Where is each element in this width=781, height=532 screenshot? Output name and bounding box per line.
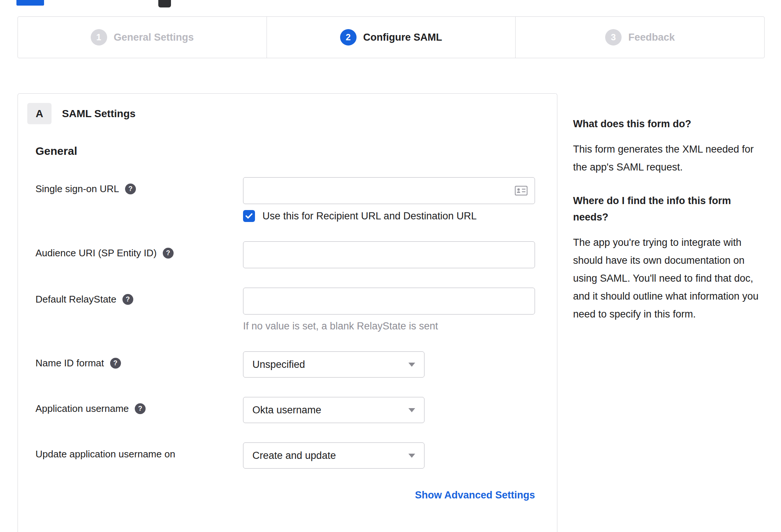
audience-uri-label: Audience URI (SP Entity ID) — [35, 247, 157, 259]
field-default-relaystate: Default RelayState ? If no value is set,… — [35, 288, 557, 332]
help-sidebar: What does this form do? This form genera… — [573, 93, 767, 339]
sidebar-heading-2: Where do I find the info this form needs… — [573, 193, 767, 225]
step-3-circle: 3 — [605, 29, 622, 46]
sso-url-label: Single sign-on URL — [35, 183, 119, 195]
sso-url-input[interactable] — [243, 177, 535, 204]
name-id-format-select[interactable]: Unspecified — [243, 351, 424, 378]
field-name-id-format: Name ID format ? Unspecified — [35, 351, 557, 378]
panel-title: SAML Settings — [62, 108, 136, 120]
audience-uri-help-icon[interactable]: ? — [163, 248, 174, 259]
chevron-down-icon — [408, 408, 415, 412]
sidebar-body-2: The app you're trying to integrate with … — [573, 234, 767, 323]
top-cutoff-icon-fragment — [158, 0, 171, 7]
sidebar-heading-1: What does this form do? — [573, 116, 767, 132]
step-2-circle: 2 — [340, 29, 357, 46]
recipient-url-checkbox[interactable] — [243, 210, 255, 222]
chevron-down-icon — [408, 363, 415, 367]
step-configure-saml[interactable]: 2 Configure SAML — [267, 17, 516, 58]
field-application-username: Application username ? Okta username — [35, 397, 557, 423]
relaystate-hint: If no value is set, a blank RelayState i… — [243, 320, 557, 332]
relaystate-label: Default RelayState — [35, 294, 116, 305]
step-2-label: Configure SAML — [363, 32, 442, 43]
step-3-label: Feedback — [628, 32, 675, 43]
recipient-url-checkbox-label[interactable]: Use this for Recipient URL and Destinati… — [262, 210, 477, 222]
top-cutoff-link-fragment — [16, 0, 44, 6]
audience-uri-input[interactable] — [243, 241, 535, 268]
general-section-title: General — [35, 145, 557, 157]
field-single-sign-on-url: Single sign-on URL ? — [35, 177, 557, 222]
step-feedback[interactable]: 3 Feedback — [516, 17, 764, 58]
wizard-stepper: 1 General Settings 2 Configure SAML 3 Fe… — [18, 16, 765, 58]
contact-card-icon[interactable] — [515, 186, 528, 195]
step-general-settings[interactable]: 1 General Settings — [18, 17, 267, 58]
show-advanced-settings-link[interactable]: Show Advanced Settings — [415, 489, 535, 501]
section-badge-a: A — [27, 103, 52, 124]
sidebar-body-1: This form generates the XML needed for t… — [573, 140, 767, 176]
application-username-label: Application username — [35, 403, 129, 414]
saml-settings-panel: A SAML Settings General Single sign-on U… — [18, 93, 557, 532]
field-audience-uri: Audience URI (SP Entity ID) ? — [35, 241, 557, 268]
application-username-select[interactable]: Okta username — [243, 397, 424, 423]
name-id-format-value: Unspecified — [252, 359, 305, 370]
application-username-help-icon[interactable]: ? — [135, 403, 146, 414]
field-update-application-username: Update application username on Create an… — [35, 442, 557, 469]
sso-url-help-icon[interactable]: ? — [125, 184, 136, 194]
update-application-username-select[interactable]: Create and update — [243, 442, 424, 469]
chevron-down-icon — [408, 454, 415, 458]
checkmark-icon — [245, 213, 253, 219]
application-username-value: Okta username — [252, 404, 321, 416]
name-id-format-label: Name ID format — [35, 357, 104, 369]
update-application-username-value: Create and update — [252, 450, 336, 461]
step-1-label: General Settings — [114, 32, 194, 43]
update-application-username-label: Update application username on — [35, 448, 175, 460]
step-1-circle: 1 — [91, 29, 107, 46]
name-id-format-help-icon[interactable]: ? — [110, 358, 121, 369]
relaystate-input[interactable] — [243, 288, 535, 314]
relaystate-help-icon[interactable]: ? — [122, 294, 133, 305]
